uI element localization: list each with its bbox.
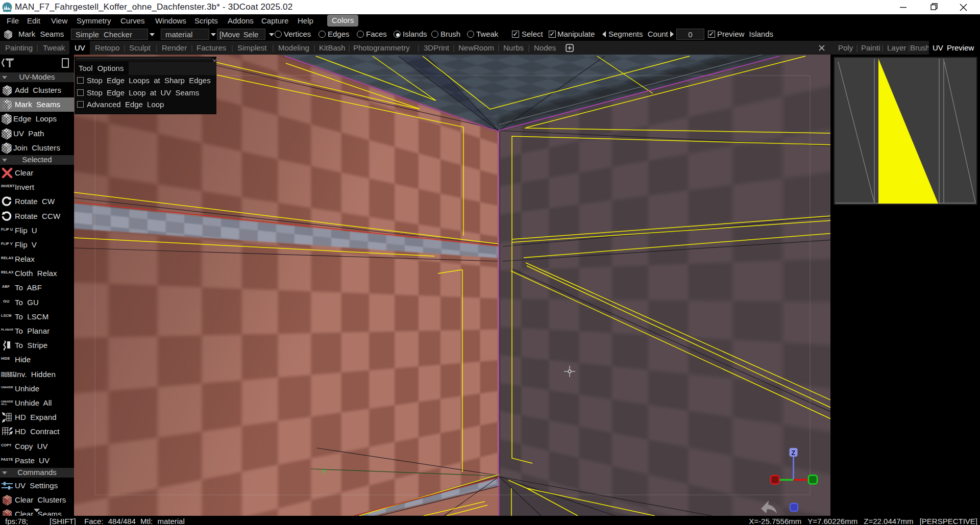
svg-text:Z: Z	[792, 449, 796, 457]
svg-text:Y: Y	[322, 468, 326, 476]
